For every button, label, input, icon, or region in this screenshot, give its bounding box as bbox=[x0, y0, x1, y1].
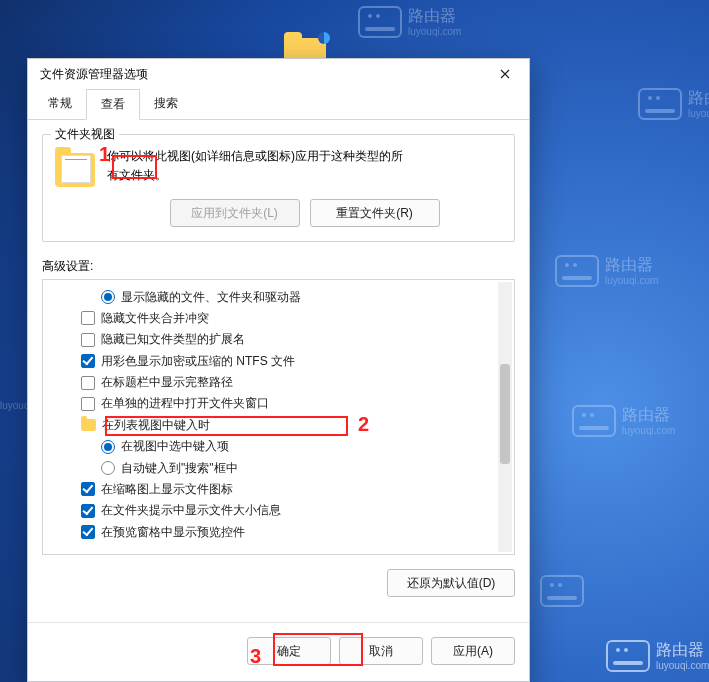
folder-icon bbox=[81, 419, 96, 431]
ok-button[interactable]: 确定 bbox=[247, 637, 331, 665]
advanced-item[interactable]: 在文件夹提示中显示文件大小信息 bbox=[49, 500, 510, 521]
dialog-title: 文件资源管理器选项 bbox=[40, 66, 148, 83]
desktop-share-badge bbox=[318, 32, 330, 44]
close-button[interactable] bbox=[489, 62, 521, 86]
checkbox-icon[interactable] bbox=[81, 333, 95, 347]
dialog-body: 文件夹视图 你可以将此视图(如详细信息或图标)应用于这种类型的所 有文件夹。 应… bbox=[28, 120, 529, 622]
radio-icon[interactable] bbox=[101, 440, 115, 454]
reset-folders-button[interactable]: 重置文件夹(R) bbox=[310, 199, 440, 227]
advanced-item[interactable]: 隐藏已知文件类型的扩展名 bbox=[49, 329, 510, 350]
advanced-item[interactable]: 显示隐藏的文件、文件夹和驱动器 bbox=[49, 286, 510, 307]
tab-view[interactable]: 查看 bbox=[86, 89, 140, 120]
advanced-item-label: 自动键入到"搜索"框中 bbox=[121, 460, 238, 477]
checkbox-icon[interactable] bbox=[81, 525, 95, 539]
checkbox-icon[interactable] bbox=[81, 376, 95, 390]
dialog-footer: 确定 取消 应用(A) bbox=[28, 622, 529, 681]
advanced-item-label: 隐藏文件夹合并冲突 bbox=[101, 310, 209, 327]
scrollbar-track[interactable] bbox=[498, 282, 512, 552]
radio-icon[interactable] bbox=[101, 290, 115, 304]
advanced-item[interactable]: 隐藏文件夹合并冲突 bbox=[49, 308, 510, 329]
advanced-item-label: 在预览窗格中显示预览控件 bbox=[101, 524, 245, 541]
advanced-item-label: 显示隐藏的文件、文件夹和驱动器 bbox=[121, 289, 301, 306]
advanced-item-label: 隐藏已知文件类型的扩展名 bbox=[101, 331, 245, 348]
tab-strip: 常规 查看 搜索 bbox=[28, 89, 529, 120]
tab-general[interactable]: 常规 bbox=[34, 89, 86, 119]
titlebar: 文件资源管理器选项 bbox=[28, 59, 529, 89]
apply-button[interactable]: 应用(A) bbox=[431, 637, 515, 665]
scrollbar-thumb[interactable] bbox=[500, 364, 510, 464]
advanced-item-label: 在文件夹提示中显示文件大小信息 bbox=[101, 502, 281, 519]
advanced-item-label: 在单独的进程中打开文件夹窗口 bbox=[101, 395, 269, 412]
advanced-settings-list[interactable]: 显示隐藏的文件、文件夹和驱动器隐藏文件夹合并冲突隐藏已知文件类型的扩展名用彩色显… bbox=[42, 279, 515, 555]
advanced-item[interactable]: 在视图中选中键入项 bbox=[49, 436, 510, 457]
tab-search[interactable]: 搜索 bbox=[140, 89, 192, 119]
advanced-item[interactable]: 在预览窗格中显示预览控件 bbox=[49, 522, 510, 543]
folder-view-group: 文件夹视图 你可以将此视图(如详细信息或图标)应用于这种类型的所 有文件夹。 应… bbox=[42, 134, 515, 242]
advanced-item-label: 在缩略图上显示文件图标 bbox=[101, 481, 233, 498]
checkbox-icon[interactable] bbox=[81, 397, 95, 411]
checkbox-icon[interactable] bbox=[81, 504, 95, 518]
close-icon bbox=[500, 69, 510, 79]
checkbox-icon[interactable] bbox=[81, 311, 95, 325]
advanced-item-label: 在视图中选中键入项 bbox=[121, 438, 229, 455]
apply-to-folders-button[interactable]: 应用到文件夹(L) bbox=[170, 199, 300, 227]
advanced-item[interactable]: 自动键入到"搜索"框中 bbox=[49, 457, 510, 478]
folder-view-legend: 文件夹视图 bbox=[51, 126, 119, 143]
folder-view-description: 你可以将此视图(如详细信息或图标)应用于这种类型的所 有文件夹。 bbox=[107, 147, 502, 185]
checkbox-icon[interactable] bbox=[81, 354, 95, 368]
advanced-item-label: 用彩色显示加密或压缩的 NTFS 文件 bbox=[101, 353, 295, 370]
checkbox-icon[interactable] bbox=[81, 482, 95, 496]
advanced-item[interactable]: 在列表视图中键入时 bbox=[49, 415, 510, 436]
folder-options-dialog: 文件资源管理器选项 常规 查看 搜索 文件夹视图 你可以将此视图(如详细信息或图… bbox=[27, 58, 530, 682]
advanced-item-label: 在标题栏中显示完整路径 bbox=[101, 374, 233, 391]
advanced-settings-label: 高级设置: bbox=[42, 258, 515, 275]
folder-icon bbox=[55, 153, 95, 187]
advanced-item-label: 在列表视图中键入时 bbox=[102, 417, 210, 434]
advanced-item[interactable]: 用彩色显示加密或压缩的 NTFS 文件 bbox=[49, 351, 510, 372]
cancel-button[interactable]: 取消 bbox=[339, 637, 423, 665]
advanced-item[interactable]: 在单独的进程中打开文件夹窗口 bbox=[49, 393, 510, 414]
restore-defaults-button[interactable]: 还原为默认值(D) bbox=[387, 569, 515, 597]
radio-icon[interactable] bbox=[101, 461, 115, 475]
advanced-item[interactable]: 在缩略图上显示文件图标 bbox=[49, 479, 510, 500]
advanced-item[interactable]: 在标题栏中显示完整路径 bbox=[49, 372, 510, 393]
